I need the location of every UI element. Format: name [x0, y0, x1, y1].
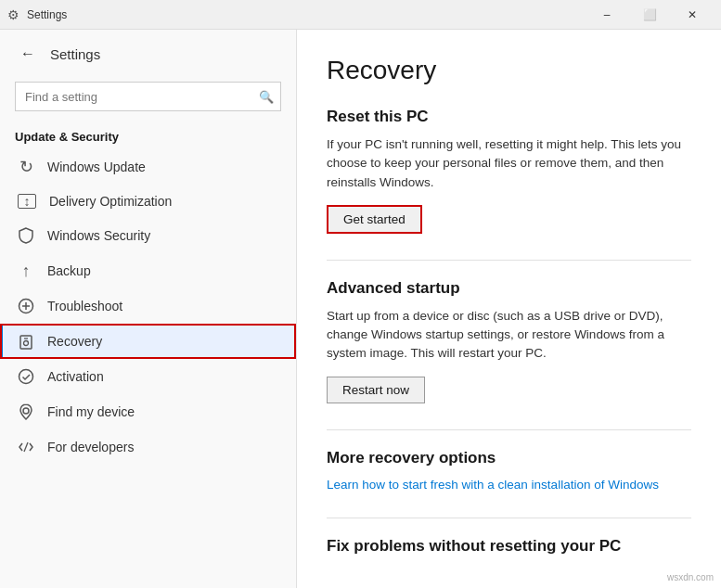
- sidebar-item-label: Troubleshoot: [47, 299, 122, 313]
- divider-2: [327, 429, 691, 430]
- advanced-startup-desc: Start up from a device or disc (such as …: [327, 307, 691, 364]
- sidebar-item-label: Activation: [47, 369, 104, 384]
- sidebar-item-label: For developers: [47, 440, 134, 454]
- clean-install-link[interactable]: Learn how to start fresh with a clean in…: [327, 478, 659, 492]
- activation-icon: [18, 368, 34, 385]
- svg-rect-3: [20, 336, 32, 349]
- app-icon: ⚙: [7, 7, 19, 22]
- app-body: ← Settings 🔍 Update & Security ↻ Windows…: [0, 30, 721, 588]
- close-button[interactable]: ✕: [671, 0, 714, 30]
- svg-point-5: [19, 370, 33, 384]
- sidebar-item-label: Windows Security: [47, 228, 150, 243]
- svg-point-4: [24, 341, 29, 346]
- divider-1: [327, 260, 691, 261]
- back-button[interactable]: ←: [15, 41, 41, 67]
- sidebar-item-activation[interactable]: Activation: [0, 359, 296, 394]
- delivery-optimization-icon: ↕: [18, 194, 36, 209]
- maximize-button[interactable]: ⬜: [628, 0, 671, 30]
- find-my-device-icon: [18, 403, 34, 420]
- watermark: wsxdn.com: [667, 572, 714, 582]
- section-more-recovery: More recovery options Learn how to start…: [327, 449, 691, 492]
- sidebar-item-windows-update[interactable]: ↻ Windows Update: [0, 149, 296, 185]
- svg-point-6: [23, 408, 29, 414]
- restart-now-button[interactable]: Restart now: [327, 377, 425, 403]
- sidebar-item-delivery-optimization[interactable]: ↕ Delivery Optimization: [0, 185, 296, 218]
- sidebar-section-label: Update & Security: [0, 122, 296, 149]
- sidebar-item-troubleshoot[interactable]: Troubleshoot: [0, 288, 296, 324]
- title-bar: ⚙ Settings – ⬜ ✕: [0, 0, 721, 30]
- backup-icon: ↑: [18, 262, 34, 279]
- sidebar-item-find-my-device[interactable]: Find my device: [0, 394, 296, 429]
- section-advanced-startup: Advanced startup Start up from a device …: [327, 279, 691, 403]
- search-input[interactable]: [15, 82, 281, 111]
- sidebar: ← Settings 🔍 Update & Security ↻ Windows…: [0, 30, 297, 588]
- reset-pc-desc: If your PC isn't running well, resetting…: [327, 135, 691, 192]
- title-bar-title: Settings: [27, 8, 67, 21]
- svg-line-7: [24, 442, 28, 452]
- advanced-startup-title: Advanced startup: [327, 279, 691, 298]
- sidebar-item-label: Windows Update: [47, 160, 146, 174]
- troubleshoot-icon: [18, 298, 34, 314]
- sidebar-item-for-developers[interactable]: For developers: [0, 429, 296, 465]
- get-started-button[interactable]: Get started: [327, 205, 422, 234]
- windows-security-icon: [18, 227, 34, 244]
- sidebar-item-backup[interactable]: ↑ Backup: [0, 253, 296, 288]
- title-bar-controls: – ⬜ ✕: [586, 0, 714, 30]
- sidebar-item-label: Find my device: [47, 404, 135, 419]
- section-reset-pc: Reset this PC If your PC isn't running w…: [327, 108, 691, 234]
- sidebar-app-title: Settings: [50, 46, 100, 62]
- more-recovery-title: More recovery options: [327, 449, 691, 467]
- back-icon: ←: [20, 45, 35, 62]
- sidebar-item-label: Recovery: [47, 334, 102, 349]
- reset-pc-title: Reset this PC: [327, 108, 691, 126]
- title-bar-left: ⚙ Settings: [7, 7, 67, 22]
- sidebar-item-windows-security[interactable]: Windows Security: [0, 218, 296, 253]
- sidebar-header: ← Settings: [0, 30, 296, 74]
- sidebar-item-label: Delivery Optimization: [49, 194, 172, 209]
- sidebar-item-label: Backup: [47, 263, 91, 278]
- recovery-icon: [18, 333, 34, 350]
- minimize-button[interactable]: –: [586, 0, 628, 30]
- search-icon: 🔍: [259, 90, 274, 104]
- windows-update-icon: ↻: [18, 159, 34, 175]
- search-box[interactable]: 🔍: [15, 82, 281, 111]
- divider-3: [327, 518, 691, 518]
- content-area: Recovery Reset this PC If your PC isn't …: [297, 30, 721, 588]
- sidebar-item-recovery[interactable]: Recovery: [0, 324, 296, 359]
- page-title: Recovery: [327, 56, 691, 85]
- fix-problems-title: Fix problems without resetting your PC: [327, 537, 691, 556]
- section-fix-problems: Fix problems without resetting your PC: [327, 537, 691, 556]
- for-developers-icon: [18, 439, 34, 455]
